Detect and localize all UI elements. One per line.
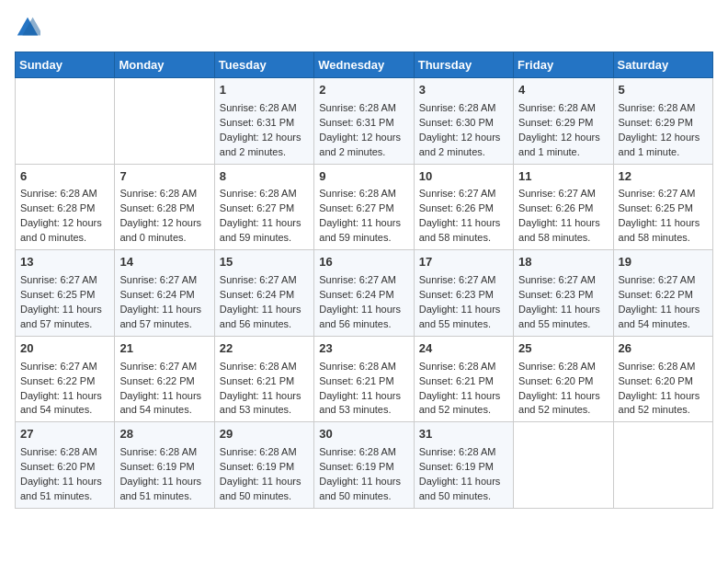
day-number: 11 <box>518 168 608 186</box>
week-row: 6Sunrise: 6:28 AMSunset: 6:28 PMDaylight… <box>16 164 713 250</box>
week-row: 1Sunrise: 6:28 AMSunset: 6:31 PMDaylight… <box>16 78 713 165</box>
day-info: Sunset: 6:30 PM <box>419 116 508 131</box>
day-info: Sunset: 6:24 PM <box>319 288 408 303</box>
day-info: Sunset: 6:29 PM <box>619 116 708 131</box>
col-header-monday: Monday <box>115 52 214 78</box>
day-info: Daylight: 12 hours and 0 minutes. <box>119 216 209 246</box>
calendar-table: SundayMondayTuesdayWednesdayThursdayFrid… <box>15 52 713 509</box>
day-info: Sunset: 6:21 PM <box>220 374 309 389</box>
calendar-cell: 31Sunrise: 6:28 AMSunset: 6:19 PMDayligh… <box>414 422 513 509</box>
col-header-friday: Friday <box>514 52 613 78</box>
calendar-cell: 12Sunrise: 6:27 AMSunset: 6:25 PMDayligh… <box>613 164 712 250</box>
col-header-saturday: Saturday <box>613 52 712 78</box>
day-number: 18 <box>518 254 608 271</box>
week-row: 27Sunrise: 6:28 AMSunset: 6:20 PMDayligh… <box>16 422 713 509</box>
logo-icon <box>15 15 40 40</box>
day-info: Daylight: 11 hours and 50 minutes. <box>220 475 309 504</box>
day-info: Sunrise: 6:27 AM <box>419 187 508 201</box>
day-number: 24 <box>419 340 508 358</box>
col-header-wednesday: Wednesday <box>314 52 414 78</box>
day-number: 6 <box>20 168 109 186</box>
day-info: Sunset: 6:23 PM <box>419 288 508 303</box>
calendar-cell: 11Sunrise: 6:27 AMSunset: 6:26 PMDayligh… <box>514 164 613 250</box>
day-info: Sunset: 6:22 PM <box>119 374 209 389</box>
day-info: Daylight: 12 hours and 2 minutes. <box>419 131 508 160</box>
calendar-cell: 23Sunrise: 6:28 AMSunset: 6:21 PMDayligh… <box>314 336 414 422</box>
day-number: 25 <box>518 340 608 358</box>
day-info: Daylight: 11 hours and 54 minutes. <box>619 303 708 332</box>
day-info: Sunset: 6:31 PM <box>220 116 309 131</box>
calendar-cell: 22Sunrise: 6:28 AMSunset: 6:21 PMDayligh… <box>214 336 313 422</box>
calendar-cell: 27Sunrise: 6:28 AMSunset: 6:20 PMDayligh… <box>16 422 115 509</box>
day-info: Sunrise: 6:27 AM <box>319 273 408 288</box>
day-info: Sunrise: 6:27 AM <box>619 273 708 288</box>
day-info: Sunset: 6:26 PM <box>518 201 608 216</box>
day-number: 2 <box>319 82 408 99</box>
day-number: 9 <box>319 168 408 186</box>
day-info: Sunset: 6:28 PM <box>119 201 209 216</box>
day-info: Daylight: 11 hours and 57 minutes. <box>119 303 209 332</box>
day-info: Daylight: 12 hours and 2 minutes. <box>220 131 309 160</box>
day-info: Sunset: 6:27 PM <box>319 201 408 216</box>
day-info: Sunrise: 6:28 AM <box>319 360 408 374</box>
calendar-cell: 3Sunrise: 6:28 AMSunset: 6:30 PMDaylight… <box>414 78 513 165</box>
calendar-cell: 13Sunrise: 6:27 AMSunset: 6:25 PMDayligh… <box>16 250 115 337</box>
day-info: Sunrise: 6:27 AM <box>220 273 309 288</box>
day-number: 7 <box>119 168 209 186</box>
day-number: 15 <box>220 254 309 271</box>
day-info: Sunset: 6:25 PM <box>619 201 708 216</box>
day-info: Sunrise: 6:27 AM <box>119 360 209 374</box>
calendar-cell: 17Sunrise: 6:27 AMSunset: 6:23 PMDayligh… <box>414 250 513 337</box>
day-info: Daylight: 11 hours and 50 minutes. <box>319 475 408 504</box>
day-info: Sunrise: 6:28 AM <box>119 445 209 460</box>
day-number: 5 <box>619 82 708 99</box>
calendar-cell: 30Sunrise: 6:28 AMSunset: 6:19 PMDayligh… <box>314 422 414 509</box>
day-number: 27 <box>20 426 109 443</box>
day-info: Daylight: 11 hours and 56 minutes. <box>319 303 408 332</box>
calendar-cell: 24Sunrise: 6:28 AMSunset: 6:21 PMDayligh… <box>414 336 513 422</box>
day-number: 21 <box>119 340 209 358</box>
calendar-cell: 18Sunrise: 6:27 AMSunset: 6:23 PMDayligh… <box>514 250 613 337</box>
calendar-cell: 28Sunrise: 6:28 AMSunset: 6:19 PMDayligh… <box>115 422 214 509</box>
day-info: Sunset: 6:26 PM <box>419 201 508 216</box>
calendar-cell: 4Sunrise: 6:28 AMSunset: 6:29 PMDaylight… <box>514 78 613 165</box>
day-number: 23 <box>319 340 408 358</box>
calendar-cell: 14Sunrise: 6:27 AMSunset: 6:24 PMDayligh… <box>115 250 214 337</box>
day-info: Sunset: 6:20 PM <box>619 374 708 389</box>
day-info: Sunrise: 6:28 AM <box>220 360 309 374</box>
day-info: Sunrise: 6:28 AM <box>220 445 309 460</box>
day-info: Sunset: 6:19 PM <box>119 460 209 475</box>
day-number: 22 <box>220 340 309 358</box>
day-info: Sunrise: 6:28 AM <box>319 445 408 460</box>
day-info: Sunset: 6:22 PM <box>619 288 708 303</box>
day-number: 26 <box>619 340 708 358</box>
day-info: Daylight: 11 hours and 54 minutes. <box>119 389 209 419</box>
day-info: Sunrise: 6:28 AM <box>319 187 408 201</box>
day-info: Daylight: 12 hours and 1 minute. <box>619 131 708 160</box>
calendar-cell <box>115 78 214 165</box>
day-info: Daylight: 12 hours and 0 minutes. <box>20 216 109 246</box>
day-info: Sunrise: 6:28 AM <box>220 187 309 201</box>
day-info: Sunset: 6:21 PM <box>419 374 508 389</box>
day-info: Sunrise: 6:28 AM <box>319 101 408 116</box>
day-info: Daylight: 11 hours and 56 minutes. <box>220 303 309 332</box>
day-info: Sunset: 6:21 PM <box>319 374 408 389</box>
page-header <box>15 15 713 40</box>
day-info: Sunset: 6:25 PM <box>20 288 109 303</box>
day-info: Sunrise: 6:28 AM <box>518 360 608 374</box>
day-number: 4 <box>518 82 608 99</box>
day-number: 29 <box>220 426 309 443</box>
calendar-cell <box>514 422 613 509</box>
calendar-cell: 9Sunrise: 6:28 AMSunset: 6:27 PMDaylight… <box>314 164 414 250</box>
calendar-cell: 5Sunrise: 6:28 AMSunset: 6:29 PMDaylight… <box>613 78 712 165</box>
day-number: 1 <box>220 82 309 99</box>
day-info: Daylight: 11 hours and 53 minutes. <box>319 389 408 419</box>
day-info: Sunrise: 6:27 AM <box>518 273 608 288</box>
day-info: Daylight: 11 hours and 52 minutes. <box>518 389 608 419</box>
calendar-cell: 20Sunrise: 6:27 AMSunset: 6:22 PMDayligh… <box>16 336 115 422</box>
calendar-cell: 1Sunrise: 6:28 AMSunset: 6:31 PMDaylight… <box>214 78 313 165</box>
day-info: Daylight: 11 hours and 54 minutes. <box>20 389 109 419</box>
day-info: Sunrise: 6:28 AM <box>20 187 109 201</box>
day-number: 30 <box>319 426 408 443</box>
day-info: Sunset: 6:28 PM <box>20 201 109 216</box>
